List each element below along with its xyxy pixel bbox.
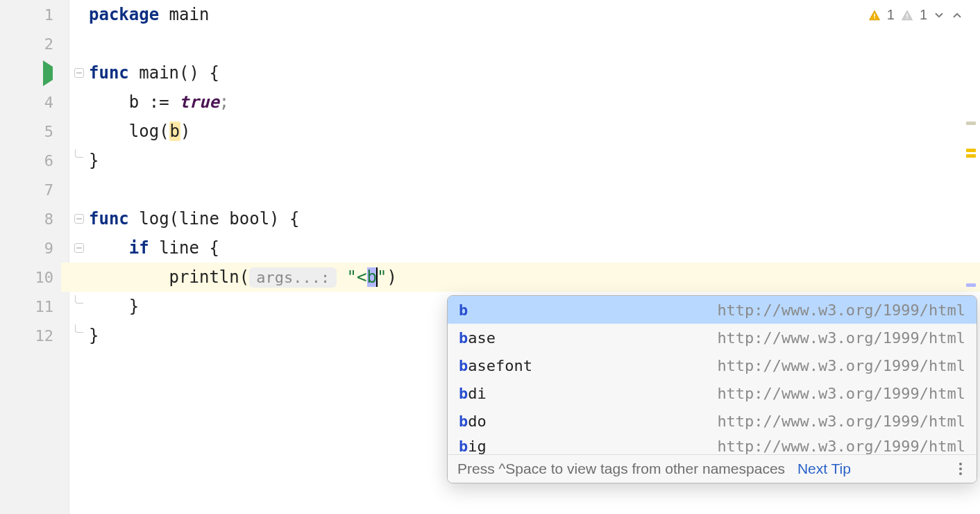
warning-icon[interactable] <box>868 9 881 22</box>
completion-item[interactable]: bdi http://www.w3.org/1999/html <box>448 379 977 407</box>
line-number: 10 <box>35 269 54 286</box>
code-line[interactable]: } <box>89 146 980 175</box>
line-number: 11 <box>35 298 54 315</box>
svg-rect-1 <box>874 17 875 19</box>
code-editor[interactable]: 1 2 3 4 5 6 7 8 9 10 11 12 <box>0 0 980 514</box>
line-number: 9 <box>44 240 53 257</box>
line-number: 12 <box>35 327 54 345</box>
code-line[interactable] <box>89 175 980 204</box>
completion-item[interactable]: basefont http://www.w3.org/1999/html <box>448 351 977 379</box>
completion-item[interactable]: base http://www.w3.org/1999/html <box>448 324 977 351</box>
warning-count: 1 <box>887 7 895 23</box>
line-number: 4 <box>44 94 53 111</box>
stripe-mark[interactable] <box>966 149 976 152</box>
parameter-hint: args...: <box>249 267 337 288</box>
line-number: 5 <box>44 123 53 140</box>
code-line-active[interactable]: println(args...: "<b") <box>61 263 980 292</box>
stripe-mark[interactable] <box>966 122 976 125</box>
code-line[interactable] <box>89 29 980 58</box>
code-area[interactable]: package main func main() { b := true; lo… <box>89 0 980 514</box>
completion-popup[interactable]: b http://www.w3.org/1999/html base http:… <box>447 295 977 483</box>
line-number: 1 <box>44 6 53 24</box>
prev-highlight-icon[interactable] <box>951 9 963 22</box>
weak-warning-icon[interactable] <box>900 9 914 22</box>
code-line[interactable]: package main <box>89 0 980 29</box>
svg-rect-2 <box>906 13 908 17</box>
completion-item[interactable]: big http://www.w3.org/1999/html <box>448 435 977 454</box>
line-number: 7 <box>44 181 53 199</box>
code-line[interactable]: func log(line bool) { <box>89 204 980 233</box>
fold-toggle-icon[interactable] <box>74 243 84 253</box>
fold-gutter <box>69 0 89 514</box>
fold-end-icon[interactable] <box>75 295 83 304</box>
completion-item[interactable]: b http://www.w3.org/1999/html <box>448 296 977 324</box>
inspections-widget[interactable]: 1 1 <box>868 7 963 23</box>
fold-toggle-icon[interactable] <box>74 214 84 224</box>
fold-end-icon[interactable] <box>75 324 83 333</box>
next-highlight-icon[interactable] <box>933 9 945 22</box>
stripe-mark[interactable] <box>966 283 976 287</box>
run-gutter-icon[interactable] <box>43 67 53 80</box>
weak-warning-count: 1 <box>920 7 927 23</box>
completion-item[interactable]: bdo http://www.w3.org/1999/html <box>448 407 977 435</box>
code-line[interactable]: log(b) <box>89 117 980 146</box>
code-line[interactable]: func main() { <box>89 58 980 88</box>
next-tip-link[interactable]: Next Tip <box>797 461 851 476</box>
line-number: 6 <box>44 152 53 169</box>
gutter: 1 2 3 4 5 6 7 8 9 10 11 12 <box>0 0 69 514</box>
line-number: 8 <box>44 210 53 228</box>
code-line[interactable]: b := true; <box>89 88 980 117</box>
fold-toggle-icon[interactable] <box>74 68 84 78</box>
completion-hint-text: Press ^Space to view tags from other nam… <box>457 461 785 476</box>
code-line[interactable]: if line { <box>89 233 980 263</box>
completion-footer: Press ^Space to view tags from other nam… <box>448 454 977 483</box>
stripe-mark[interactable] <box>966 154 976 158</box>
fold-end-icon[interactable] <box>75 149 83 158</box>
svg-rect-0 <box>874 13 875 17</box>
line-number: 2 <box>44 35 53 53</box>
svg-rect-3 <box>906 17 908 19</box>
more-menu-icon[interactable] <box>954 463 967 475</box>
